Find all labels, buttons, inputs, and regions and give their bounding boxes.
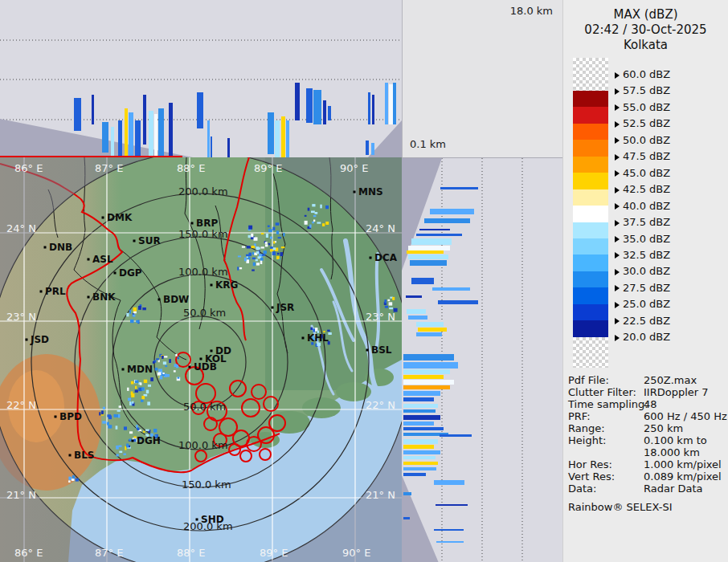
dbz-scale-label: 37.5 dBZ	[615, 217, 670, 228]
station-label: BDW	[163, 294, 189, 305]
station-label: DGP	[119, 267, 142, 279]
metadata-value: 250Z.max	[644, 374, 697, 386]
metadata-label: Data:	[568, 483, 644, 495]
station-dot	[44, 246, 47, 249]
metadata-value: 18.000 km	[644, 446, 700, 458]
graticule-label: 89° E	[254, 162, 282, 174]
station-label: MNS	[358, 186, 383, 198]
cross-section-right-panel[interactable]	[402, 157, 562, 562]
station-dot	[366, 349, 369, 352]
station-dot	[191, 222, 194, 225]
scale-tick-arrow-icon	[615, 72, 620, 79]
right-echo-bars	[403, 187, 478, 543]
station-label: DMK	[107, 212, 133, 223]
scale-tick-arrow-icon	[615, 88, 620, 95]
scale-tick-arrow-icon	[615, 318, 620, 324]
station-dot	[211, 284, 213, 287]
station-label: PRL	[45, 286, 66, 297]
scale-tick-arrow-icon	[615, 236, 620, 242]
metadata-value: 600 Hz / 450 Hz	[644, 410, 727, 422]
metadata-value: 48	[644, 398, 657, 410]
station-dot	[114, 272, 117, 275]
band-below-min	[573, 337, 608, 368]
dbz-colorbar	[573, 58, 608, 368]
metadata-value: Radar Data	[644, 483, 702, 495]
station-dot	[132, 440, 134, 442]
cross-section-right-canvas	[402, 158, 562, 562]
range-ring-label: 50.0 km	[183, 401, 226, 413]
metadata-row: Hor Res:1.000 km/pixel	[568, 458, 727, 470]
metadata-value: IIRDoppler 7	[644, 386, 709, 398]
graticule-label: 90° E	[342, 547, 370, 559]
station-label: KHL	[307, 332, 329, 344]
graticule-label: 88° E	[177, 547, 205, 559]
station-label: JSR	[276, 302, 294, 313]
metadata-label: Vert Res:	[568, 470, 644, 483]
scale-tick-arrow-icon	[615, 104, 620, 111]
metadata-value: 1.000 km/pixel	[644, 458, 722, 470]
graticule-label: 24° N	[6, 222, 36, 234]
station-label: BSL	[371, 344, 392, 356]
radar-app-window: 18.0 km 0.1 km	[0, 0, 728, 562]
metadata-rows: Pdf File:250Z.maxClutter Filter:IIRDoppl…	[568, 374, 727, 495]
dbz-band	[573, 206, 608, 222]
product-title: MAX (dBZ)	[563, 6, 728, 22]
graticule-label: 21° N	[6, 489, 36, 501]
metadata-row: Time sampling:48	[568, 398, 727, 410]
station-dot	[158, 299, 161, 301]
station-label: DCA	[374, 252, 398, 263]
metadata-label: Time sampling:	[568, 398, 644, 410]
scale-tick-arrow-icon	[615, 335, 620, 341]
station-label: DGH	[137, 435, 161, 446]
scale-tick-arrow-icon	[615, 137, 620, 144]
timestamp: 02:42 / 30-Oct-2025	[563, 22, 728, 38]
station-dot	[272, 307, 274, 309]
dbz-band	[573, 222, 608, 238]
cross-section-top-canvas	[0, 0, 402, 157]
metadata-value: 0.100 km to	[644, 434, 707, 446]
dbz-band	[573, 304, 608, 320]
dbz-scale-label: 32.5 dBZ	[615, 250, 670, 261]
dbz-band	[573, 271, 608, 287]
station-label: SHD	[201, 514, 224, 525]
scale-tick-arrow-icon	[615, 170, 620, 177]
metadata-row: 18.000 km	[568, 446, 727, 458]
dbz-band	[573, 173, 608, 189]
metadata-value: 250 km	[644, 422, 683, 434]
station-dot	[196, 519, 198, 521]
graticule-label: 22° N	[6, 399, 36, 411]
station-label: ASL	[92, 254, 113, 265]
dbz-scale-label: 20.0 dBZ	[615, 332, 670, 343]
scale-tick-arrow-icon	[615, 285, 620, 291]
station-label: MDN	[127, 364, 153, 375]
station-dot	[55, 416, 57, 418]
station-dot	[88, 259, 90, 261]
dbz-band	[573, 91, 608, 107]
station-dot	[102, 217, 104, 219]
graticule-label: 23° N	[366, 311, 395, 323]
range-ring-label: 150.0 km	[182, 479, 231, 491]
dbz-scale-label: 57.5 dBZ	[615, 85, 670, 96]
radar-map-panel[interactable]: 200.0 km150.0 km100.0 km50.0 km50.0 km10…	[0, 157, 402, 562]
range-ring-label: 50.0 km	[183, 307, 226, 319]
station-dot	[133, 240, 136, 242]
graticule-label: 86° E	[14, 547, 43, 559]
graticule-label: 87° E	[95, 162, 123, 174]
metadata-row: Height:0.100 km to	[568, 434, 727, 446]
band-above-max	[573, 58, 608, 91]
software-brand: Rainbow® SELEX-SI	[568, 501, 727, 513]
metadata-label: Pdf File:	[568, 374, 644, 386]
dbz-band	[573, 287, 608, 303]
metadata-label: PRF:	[568, 410, 644, 422]
metadata-value: 0.089 km/pixel	[644, 470, 722, 483]
station-label: BNK	[92, 291, 116, 303]
cross-section-top-panel[interactable]	[0, 0, 402, 157]
station-label: BRP	[196, 218, 218, 229]
station-dot	[189, 366, 191, 369]
metadata-row: Data:Radar Data	[568, 483, 727, 495]
station-label: JSD	[30, 334, 49, 345]
graticule-label: 22° N	[366, 399, 395, 411]
scale-tick-arrow-icon	[615, 220, 620, 226]
dbz-scale-label: 35.0 dBZ	[615, 234, 670, 245]
station-dot	[370, 257, 372, 259]
